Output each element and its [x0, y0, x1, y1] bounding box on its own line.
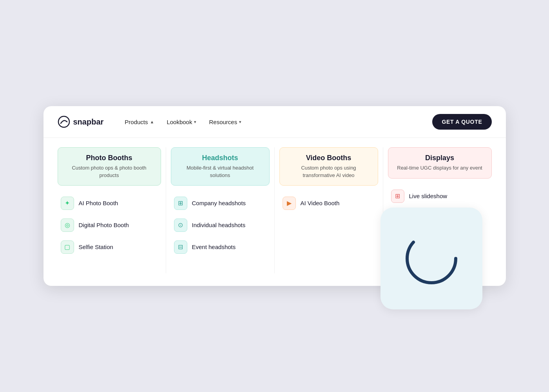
main-container: snapbar Products ▲ Lookbook ▾ Resources … [43, 106, 506, 285]
live-slideshow-label: Live slideshow [409, 193, 448, 199]
video-booths-header: Video Booths Custom photo ops using tran… [279, 147, 378, 185]
displays-subtitle: Real-time UGC displays for any event [395, 164, 484, 172]
nav-resources-label: Resources [209, 119, 237, 125]
menu-item-digital-photo-booth[interactable]: ◎ Digital Photo Booth [58, 215, 161, 236]
nav-products-label: Products [125, 119, 148, 125]
nav-item-lookbook[interactable]: Lookbook ▾ [161, 116, 202, 128]
col-photo-booths: Photo Booths Custom photo ops & photo bo… [58, 147, 166, 273]
ai-photo-booth-icon: ✦ [61, 197, 74, 210]
menu-item-company-headshots[interactable]: ⊞ Company headshots [171, 193, 270, 214]
loading-overlay [380, 208, 482, 309]
headshots-subtitle: Mobile-first & virtual headshot solution… [178, 164, 262, 179]
headshots-header: Headshots Mobile-first & virtual headsho… [171, 147, 270, 185]
logo[interactable]: snapbar [58, 116, 104, 128]
svg-point-1 [407, 234, 456, 283]
nav-item-products[interactable]: Products ▲ [119, 116, 159, 128]
navbar: snapbar Products ▲ Lookbook ▾ Resources … [43, 106, 506, 138]
company-headshots-icon: ⊞ [174, 197, 187, 210]
selfie-station-icon: ▢ [61, 240, 74, 254]
menu-item-ai-photo-booth[interactable]: ✦ AI Photo Booth [58, 193, 161, 214]
logo-text: snapbar [73, 117, 104, 126]
ai-photo-booth-label: AI Photo Booth [79, 200, 118, 206]
live-slideshow-icon: ⊞ [391, 190, 404, 203]
menu-item-ai-video-booth[interactable]: ▶ AI Video Booth [279, 193, 378, 214]
event-headshots-icon: ⊟ [174, 240, 187, 254]
event-headshots-label: Event headshots [192, 244, 236, 250]
company-headshots-label: Company headshots [192, 200, 246, 206]
headshots-title: Headshots [178, 154, 262, 162]
video-booths-subtitle: Custom photo ops using transformative AI… [287, 164, 371, 179]
displays-header: Displays Real-time UGC displays for any … [388, 147, 492, 178]
nav-item-resources[interactable]: Resources ▾ [203, 116, 247, 128]
photo-booths-subtitle: Custom photo ops & photo booth products [65, 164, 154, 179]
nav-items: Products ▲ Lookbook ▾ Resources ▾ [119, 116, 247, 128]
col-headshots: Headshots Mobile-first & virtual headsho… [166, 147, 275, 273]
video-booths-title: Video Booths [287, 154, 371, 162]
menu-item-selfie-station[interactable]: ▢ Selfie Station [58, 237, 161, 258]
menu-item-live-slideshow[interactable]: ⊞ Live slideshow [388, 186, 492, 207]
nav-lookbook-label: Lookbook [167, 119, 192, 125]
menu-item-individual-headshots[interactable]: ⊙ Individual headshots [171, 215, 270, 236]
menu-item-event-headshots[interactable]: ⊟ Event headshots [171, 237, 270, 258]
individual-headshots-label: Individual headshots [192, 222, 246, 228]
digital-photo-booth-label: Digital Photo Booth [79, 222, 129, 228]
photo-booths-header: Photo Booths Custom photo ops & photo bo… [58, 147, 161, 185]
ai-video-booth-icon: ▶ [283, 197, 296, 210]
selfie-station-label: Selfie Station [79, 244, 113, 250]
displays-title: Displays [395, 154, 484, 162]
chevron-up-icon: ▲ [150, 119, 154, 124]
photo-booths-title: Photo Booths [65, 154, 154, 162]
digital-photo-booth-icon: ◎ [61, 219, 74, 232]
individual-headshots-icon: ⊙ [174, 219, 187, 232]
get-quote-button[interactable]: GET A QUOTE [432, 114, 491, 130]
chevron-down-icon-resources: ▾ [239, 119, 241, 125]
chevron-down-icon-lookbook: ▾ [194, 119, 196, 125]
col-video-booths: Video Booths Custom photo ops using tran… [275, 147, 383, 273]
svg-point-0 [58, 116, 69, 127]
ai-video-booth-label: AI Video Booth [301, 200, 340, 206]
